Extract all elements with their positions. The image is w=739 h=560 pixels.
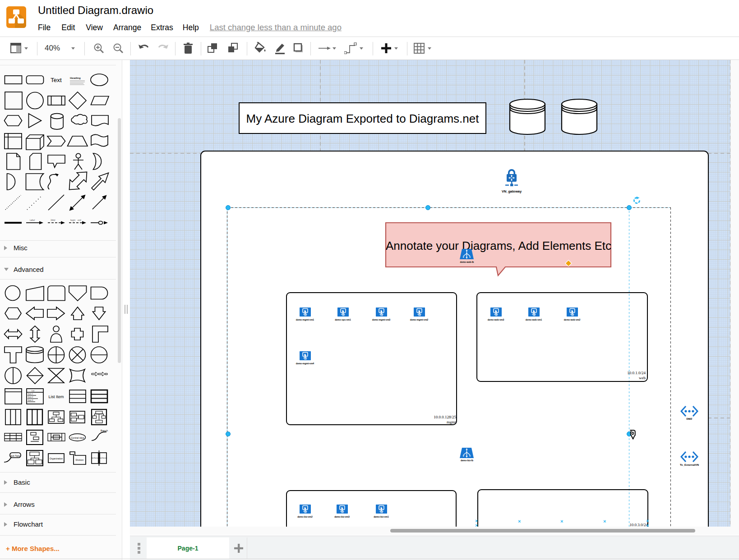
svg-text:Label: Label (30, 219, 35, 221)
svg-text:Sub Topic: Sub Topic (11, 455, 21, 457)
svg-text:Central idea: Central idea (71, 436, 85, 439)
svg-text:Organization: Organization (50, 457, 63, 460)
svg-text:Division: Division (76, 459, 84, 461)
svg-text:begin: begin (70, 219, 76, 221)
svg-text:Item 3: Item 3 (28, 399, 33, 401)
svg-text:Item 1: Item 1 (28, 393, 33, 395)
svg-text:Text: Text (51, 77, 62, 83)
svg-text:List: List (32, 390, 35, 392)
svg-text:List Item: List Item (48, 395, 64, 399)
svg-text:Heading: Heading (70, 77, 81, 79)
svg-text:Item 2: Item 2 (28, 396, 33, 398)
svg-text:Sub Section: Sub Section (99, 457, 107, 459)
svg-text:1bbd: 1bbd (51, 219, 55, 221)
svg-text:end: end (78, 219, 81, 221)
svg-text:Branch: Branch (101, 429, 108, 432)
svg-text:Sub Section: Sub Section (91, 457, 99, 459)
